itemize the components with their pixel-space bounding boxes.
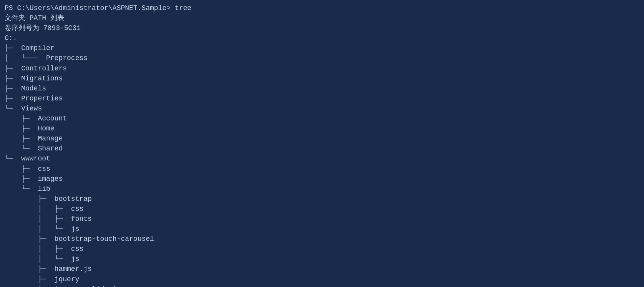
line-21: │ ├─ css [5,204,639,214]
line-27: ├─ hammer.js [5,264,639,274]
line-17: ├─ css [5,164,639,174]
line-24: ├─ bootstrap-touch-carousel [5,234,639,244]
line-8: ├─ Migrations [5,73,639,83]
line-26: │ └─ js [5,254,639,264]
line-23: │ └─ js [5,224,639,234]
line-29: ├─ jquery-validation [5,284,639,287]
line-16: └─ wwwroot [5,154,639,164]
line-11: └─ Views [5,103,639,113]
terminal-window: PS C:\Users\Administrator\ASPNET.Sample>… [5,3,639,287]
line-22: │ ├─ fonts [5,214,639,224]
line-10: ├─ Properties [5,93,639,103]
line-14: ├─ Manage [5,133,639,144]
line-3: 卷序列号为 7093-5C31 [5,23,639,33]
line-15: └─ Shared [5,144,639,154]
line-13: ├─ Home [5,123,639,133]
line-5: ├─ Compiler [5,43,639,53]
line-28: ├─ jquery [5,274,639,284]
line-4: C:. [5,33,639,43]
line-2: 文件夹 PATH 列表 [5,13,639,23]
line-12: ├─ Account [5,113,639,123]
line-25: │ ├─ css [5,244,639,254]
line-6: │ └─── Preprocess [5,53,639,63]
line-1: PS C:\Users\Administrator\ASPNET.Sample>… [5,3,639,13]
terminal-output: PS C:\Users\Administrator\ASPNET.Sample>… [5,3,639,287]
line-9: ├─ Models [5,83,639,93]
line-7: ├─ Controllers [5,63,639,73]
line-20: ├─ bootstrap [5,194,639,204]
line-18: ├─ images [5,174,639,184]
line-19: └─ lib [5,184,639,194]
